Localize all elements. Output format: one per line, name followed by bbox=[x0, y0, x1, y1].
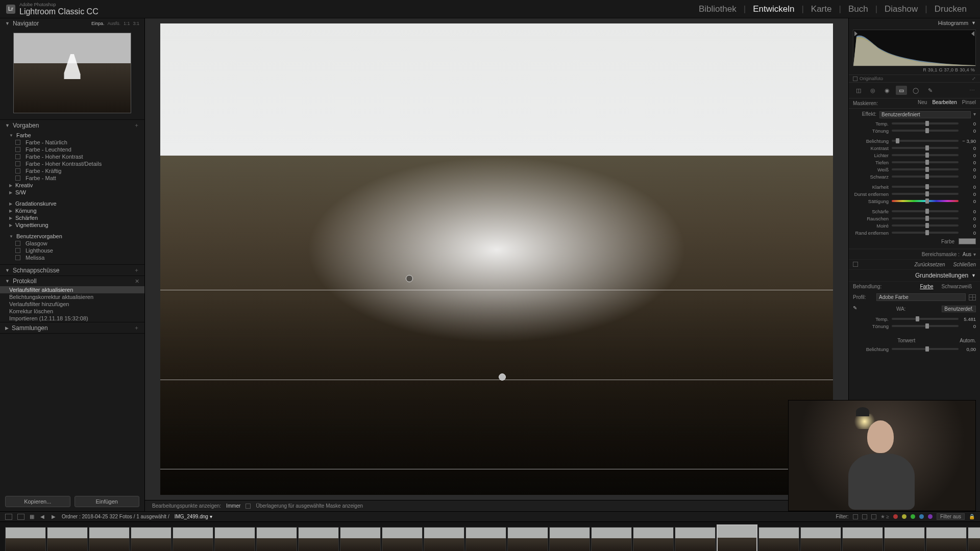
filmstrip-thumb[interactable] bbox=[717, 524, 757, 552]
history-item[interactable]: Korrektur löschen bbox=[0, 308, 144, 315]
histogram[interactable] bbox=[853, 30, 976, 66]
brush-tool[interactable]: ✎ bbox=[924, 86, 936, 95]
plus-icon[interactable]: ＋ bbox=[134, 121, 139, 129]
histogram-header[interactable]: Histogramm▼ bbox=[849, 18, 980, 28]
module-karte[interactable]: Karte bbox=[804, 4, 839, 14]
slider-track[interactable] bbox=[892, 232, 959, 234]
radial-tool[interactable]: ◯ bbox=[910, 86, 921, 95]
navigator-header[interactable]: ▼ Navigator Einpa.Ausfü.1:13:1 bbox=[0, 18, 144, 29]
close-icon[interactable]: ✕ bbox=[135, 278, 139, 285]
module-buch[interactable]: Buch bbox=[841, 4, 875, 14]
gradient-line[interactable] bbox=[160, 290, 833, 290]
preset-item[interactable]: Lighthouse bbox=[0, 247, 144, 254]
filmstrip-thumb[interactable] bbox=[968, 527, 980, 552]
preset-group[interactable]: ▶Gradationskurve bbox=[0, 200, 144, 207]
filmstrip-thumb[interactable] bbox=[173, 527, 213, 552]
preset-group[interactable]: ▶Körnung bbox=[0, 207, 144, 214]
filter-preset[interactable]: Filter aus bbox=[937, 513, 965, 520]
filmstrip-thumb[interactable] bbox=[842, 527, 883, 552]
main-monitor-icon[interactable] bbox=[17, 514, 24, 520]
original-checkbox[interactable] bbox=[853, 77, 857, 81]
overlay-checkbox[interactable] bbox=[246, 504, 251, 509]
spot-tool[interactable]: ◎ bbox=[867, 86, 878, 95]
current-filename[interactable]: IMG_2499.dng ▾ bbox=[175, 514, 212, 519]
preset-item[interactable]: Farbe - Natürlich bbox=[0, 139, 144, 146]
gradient-tool[interactable]: ▭ bbox=[896, 86, 907, 95]
basic-header[interactable]: Grundeinstellungen▼ bbox=[849, 270, 980, 282]
slider-track[interactable] bbox=[892, 217, 959, 219]
snapshots-header[interactable]: ▼ Schnappschüsse ＋ bbox=[0, 265, 144, 276]
slider-track[interactable] bbox=[892, 140, 959, 142]
module-bibliothek[interactable]: Bibliothek bbox=[692, 4, 744, 14]
color-filter-blue[interactable] bbox=[919, 514, 924, 519]
collections-header[interactable]: ▶ Sammlungen ＋ bbox=[0, 322, 144, 333]
mask-tab-bearbeiten[interactable]: Bearbeiten bbox=[932, 98, 957, 106]
range-mask-value[interactable]: Aus bbox=[963, 252, 971, 257]
slider-track[interactable] bbox=[892, 186, 959, 188]
preset-group[interactable]: ▶Vignettierung bbox=[0, 221, 144, 229]
preset-group[interactable]: ▼Farbe bbox=[0, 132, 144, 139]
flag-filter-icon[interactable] bbox=[862, 514, 867, 519]
preset-item[interactable]: Melissa bbox=[0, 254, 144, 261]
plus-icon[interactable]: ＋ bbox=[134, 266, 139, 274]
filmstrip-thumb[interactable] bbox=[800, 527, 841, 552]
flag-filter-icon[interactable] bbox=[853, 514, 858, 519]
color-filter-red[interactable] bbox=[893, 514, 898, 519]
module-entwickeln[interactable]: Entwickeln bbox=[746, 4, 801, 14]
profile-select[interactable]: Adobe Farbe bbox=[876, 293, 966, 301]
filmstrip-thumb[interactable] bbox=[131, 527, 172, 552]
adjustment-pin[interactable] bbox=[499, 373, 506, 381]
lock-icon[interactable]: 🔒 bbox=[969, 514, 975, 519]
filmstrip-thumb[interactable] bbox=[675, 527, 716, 552]
filmstrip-thumb[interactable] bbox=[884, 527, 925, 552]
slider-track[interactable] bbox=[892, 168, 959, 170]
filmstrip-thumb[interactable] bbox=[633, 527, 674, 552]
wb-select[interactable]: Benutzerdef. bbox=[942, 306, 976, 312]
history-item[interactable]: Importieren (12.11.18 15:32:08) bbox=[0, 315, 144, 322]
module-diashow[interactable]: Diashow bbox=[877, 4, 925, 14]
presets-header[interactable]: ▼ Vorgaben ＋ bbox=[0, 120, 144, 131]
slider-track[interactable] bbox=[892, 200, 959, 202]
color-filter-purple[interactable] bbox=[928, 514, 933, 519]
module-drucken[interactable]: Drucken bbox=[927, 4, 974, 14]
preset-item[interactable]: Farbe - Hoher Kontrast bbox=[0, 153, 144, 160]
slider-track[interactable] bbox=[892, 154, 959, 156]
nav-back-icon[interactable]: ◀ bbox=[39, 514, 45, 519]
zoom-level[interactable]: Ausfü. bbox=[107, 21, 120, 26]
edit-points-value[interactable]: Immer bbox=[226, 503, 240, 509]
tool-options-icon[interactable]: ⋯ bbox=[969, 87, 976, 94]
wb-picker-icon[interactable]: ✎ bbox=[853, 305, 860, 312]
chevron-down-icon[interactable]: ▾ bbox=[973, 252, 976, 257]
filmstrip-thumb[interactable] bbox=[591, 527, 632, 552]
slider-track[interactable] bbox=[892, 318, 959, 320]
color-filter-green[interactable] bbox=[911, 514, 915, 519]
second-monitor-icon[interactable] bbox=[5, 514, 12, 520]
zoom-level[interactable]: 1:1 bbox=[124, 21, 130, 26]
redeye-tool[interactable]: ◉ bbox=[881, 86, 893, 95]
gradient-line[interactable] bbox=[160, 380, 833, 380]
filmstrip-thumb[interactable] bbox=[340, 527, 381, 552]
crop-tool[interactable]: ◫ bbox=[853, 86, 864, 95]
filmstrip-thumb[interactable] bbox=[382, 527, 423, 552]
preset-group[interactable]: ▶S/W bbox=[0, 189, 144, 196]
preset-item[interactable]: Farbe - Matt bbox=[0, 174, 144, 182]
history-header[interactable]: ▼ Protokoll ✕ bbox=[0, 276, 144, 286]
filmstrip-thumb[interactable] bbox=[47, 527, 88, 552]
preset-item[interactable]: Farbe - Leuchtend bbox=[0, 146, 144, 153]
preset-item[interactable]: Farbe - Kräftig bbox=[0, 167, 144, 174]
history-item[interactable]: Verlaufsfilter aktualisieren bbox=[0, 286, 144, 293]
copy-button[interactable]: Kopieren... bbox=[5, 496, 70, 507]
preset-group[interactable]: ▼Benutzervorgaben bbox=[0, 233, 144, 240]
preset-group[interactable]: ▶Kreativ bbox=[0, 182, 144, 189]
preset-item[interactable]: Farbe - Hoher Kontrast/Details bbox=[0, 160, 144, 167]
filmstrip-thumb[interactable] bbox=[465, 527, 506, 552]
navigator-thumbnail[interactable] bbox=[13, 33, 131, 113]
gradient-line[interactable] bbox=[160, 469, 833, 469]
zoom-level[interactable]: Einpa. bbox=[91, 21, 105, 26]
preset-group[interactable]: ▶Schärfen bbox=[0, 214, 144, 221]
slider-track[interactable] bbox=[892, 122, 959, 124]
slider-track[interactable] bbox=[892, 325, 959, 327]
auto-button[interactable]: Autom. bbox=[960, 338, 976, 343]
effect-select[interactable]: Benutzerdefiniert bbox=[879, 111, 971, 118]
slider-track[interactable] bbox=[892, 130, 959, 132]
